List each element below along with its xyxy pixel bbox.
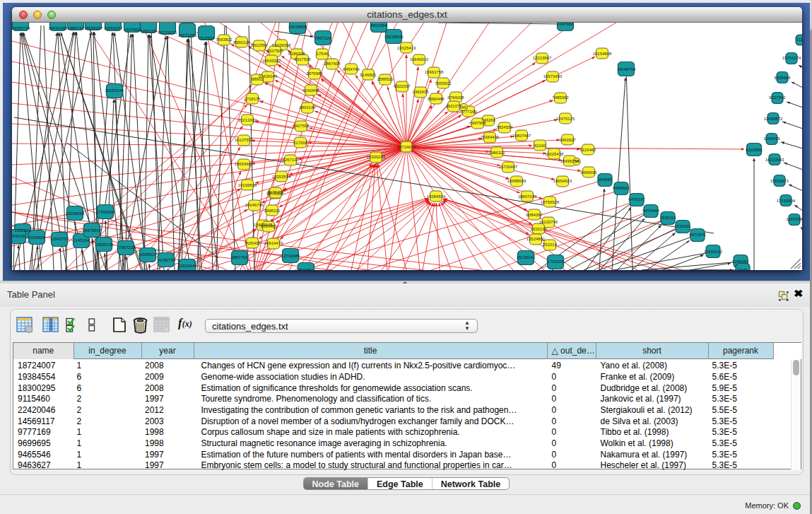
svg-text:53226058: 53226058 (272, 43, 291, 47)
svg-text:17546: 17546 (317, 52, 329, 56)
svg-text:9245052: 9245052 (732, 259, 749, 264)
svg-text:8427552: 8427552 (293, 124, 310, 128)
svg-text:19218506: 19218506 (384, 35, 404, 39)
svg-text:10973493: 10973493 (543, 74, 563, 78)
svg-text:20053346: 20053346 (105, 88, 124, 93)
svg-text:20691406: 20691406 (49, 26, 68, 30)
svg-text:10654112: 10654112 (704, 250, 723, 254)
svg-text:12093872: 12093872 (764, 117, 783, 121)
svg-text:9084067: 9084067 (526, 213, 543, 217)
svg-text:10688609: 10688609 (507, 179, 526, 183)
svg-text:18724007: 18724007 (397, 145, 416, 149)
svg-text:10154808: 10154808 (593, 52, 612, 56)
svg-text:639159: 639159 (12, 234, 25, 238)
svg-text:9146821: 9146821 (360, 73, 377, 77)
svg-text:10653267: 10653267 (104, 26, 123, 30)
svg-text:10958107: 10958107 (139, 252, 158, 257)
svg-text:16107553: 16107553 (235, 138, 254, 142)
svg-text:3875685: 3875685 (306, 71, 323, 76)
svg-text:16543382: 16543382 (262, 59, 281, 63)
svg-text:6479197: 6479197 (628, 197, 645, 201)
svg-text:3267130: 3267130 (282, 158, 299, 162)
svg-text:6794028: 6794028 (447, 95, 464, 100)
svg-text:16120746: 16120746 (539, 220, 558, 224)
svg-text:10719155: 10719155 (158, 30, 177, 35)
svg-text:18807249: 18807249 (518, 194, 537, 199)
svg-text:17957225: 17957225 (117, 245, 136, 250)
svg-text:7515524: 7515524 (198, 36, 215, 40)
svg-text:9857791: 9857791 (231, 255, 248, 259)
svg-text:19384554: 19384554 (427, 194, 446, 199)
svg-text:1621072: 1621072 (445, 104, 462, 108)
svg-text:252214: 252214 (543, 243, 558, 247)
svg-text:19166825: 19166825 (238, 183, 257, 187)
svg-text:217008: 217008 (293, 141, 308, 145)
svg-text:1117: 1117 (796, 37, 802, 42)
svg-text:7955812: 7955812 (435, 81, 452, 86)
svg-text:5678352: 5678352 (267, 190, 284, 194)
svg-text:2935114: 2935114 (660, 216, 677, 220)
svg-text:15136141: 15136141 (517, 255, 536, 259)
svg-text:12942757: 12942757 (50, 237, 69, 241)
svg-text:16961758: 16961758 (425, 70, 444, 74)
svg-text:9777169: 9777169 (460, 110, 477, 114)
svg-text:2718176: 2718176 (244, 97, 261, 101)
svg-text:8186328: 8186328 (288, 52, 305, 56)
svg-text:8454749: 8454749 (343, 67, 360, 71)
svg-text:7663822: 7663822 (216, 37, 233, 42)
svg-text:12975125: 12975125 (556, 117, 575, 121)
svg-text:16648764: 16648764 (617, 67, 636, 71)
svg-text:1615132: 1615132 (530, 227, 547, 231)
svg-text:1167534: 1167534 (787, 217, 802, 221)
svg-text:2803144: 2803144 (299, 105, 316, 110)
svg-text:16033809: 16033809 (288, 25, 307, 29)
svg-text:18995287: 18995287 (84, 26, 103, 30)
svg-text:8813054: 8813054 (370, 23, 387, 28)
svg-text:62160: 62160 (534, 144, 546, 148)
svg-text:8322037: 8322037 (394, 84, 411, 88)
svg-text:12923446: 12923446 (178, 264, 197, 268)
svg-text:19654923: 19654923 (553, 179, 572, 183)
svg-text:8990448: 8990448 (428, 97, 445, 101)
svg-text:16571355: 16571355 (178, 33, 197, 37)
svg-text:10807487: 10807487 (512, 134, 531, 138)
svg-text:16640910: 16640910 (410, 57, 429, 62)
svg-text:15751074: 15751074 (782, 56, 801, 60)
svg-text:8099485: 8099485 (260, 224, 277, 228)
svg-text:1588520: 1588520 (377, 77, 394, 81)
svg-text:15720407: 15720407 (499, 165, 518, 169)
svg-text:3824554: 3824554 (496, 125, 513, 129)
svg-text:6466160: 6466160 (140, 29, 157, 33)
svg-text:13325419: 13325419 (397, 46, 416, 50)
svg-text:10756928: 10756928 (541, 200, 560, 204)
svg-text:13524851: 13524851 (526, 237, 546, 241)
svg-text:6497568: 6497568 (469, 121, 486, 125)
svg-text:9115460: 9115460 (580, 148, 597, 152)
svg-text:9699695: 9699695 (580, 170, 597, 175)
svg-text:8912954: 8912954 (251, 43, 268, 47)
svg-text:9329966: 9329966 (774, 76, 791, 80)
svg-text:8938923: 8938923 (613, 186, 630, 190)
svg-text:15692971: 15692971 (770, 179, 789, 183)
svg-text:15300293: 15300293 (367, 155, 386, 159)
svg-text:10025438: 10025438 (545, 152, 564, 156)
svg-text:7485063: 7485063 (552, 95, 569, 100)
svg-text:7857224: 7857224 (314, 36, 331, 40)
svg-text:9463627: 9463627 (559, 138, 576, 142)
svg-text:9327508: 9327508 (294, 57, 311, 62)
svg-text:17359928: 17359928 (96, 210, 115, 214)
svg-text:16210643: 16210643 (765, 158, 784, 162)
svg-text:7625402: 7625402 (244, 241, 261, 245)
svg-text:2047682: 2047682 (557, 23, 574, 26)
svg-text:7986322: 7986322 (488, 151, 505, 155)
svg-text:9327505: 9327505 (266, 49, 283, 53)
svg-text:17016504: 17016504 (777, 199, 796, 203)
svg-text:1244419: 1244419 (763, 136, 780, 141)
svg-text:13716485: 13716485 (281, 254, 300, 258)
svg-text:20206558: 20206558 (66, 211, 85, 216)
svg-text:12505135: 12505135 (95, 243, 114, 247)
svg-text:20975867: 20975867 (83, 228, 102, 233)
svg-text:98901: 98901 (252, 77, 264, 81)
svg-text:8471676: 8471676 (689, 233, 706, 237)
svg-text:64: 64 (575, 159, 579, 163)
